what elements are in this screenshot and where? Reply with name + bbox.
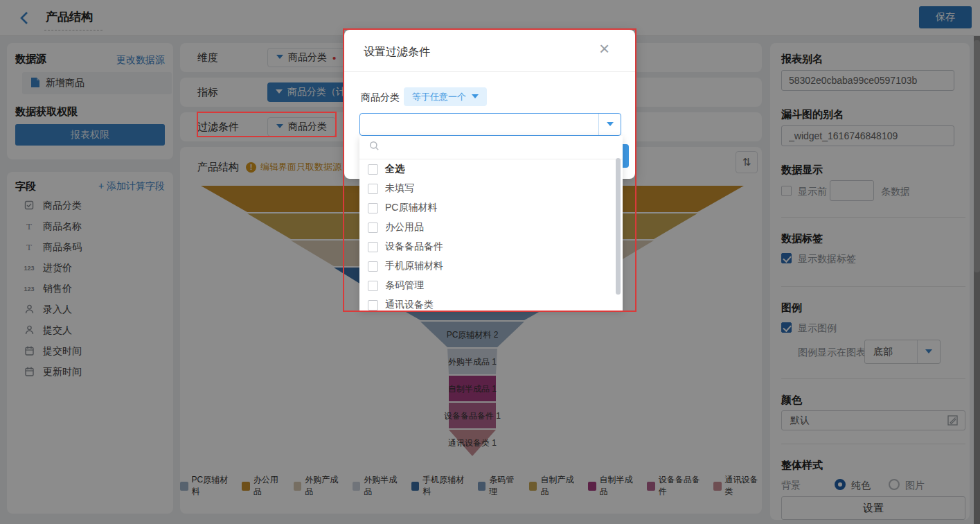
condition-field-label: 商品分类	[361, 91, 400, 104]
option-checkbox[interactable]	[368, 242, 378, 252]
modal-title: 设置过滤条件	[364, 45, 430, 60]
option-search[interactable]	[359, 136, 623, 159]
chevron-down-icon	[598, 114, 621, 135]
option-item[interactable]: 办公用品	[359, 218, 618, 237]
report-designer: 产品结构 保存 数据源 更改数据源 新增商品 数据获取权限 报表权限 字段 + …	[0, 0, 980, 524]
close-icon[interactable]: ×	[599, 40, 609, 58]
divider	[344, 71, 635, 72]
option-checkbox[interactable]	[368, 281, 378, 291]
option-label: 办公用品	[385, 221, 424, 234]
option-label: 未填写	[385, 182, 414, 195]
option-checkbox[interactable]	[368, 261, 378, 272]
option-label: 手机原辅材料	[385, 260, 443, 272]
chevron-down-icon	[472, 94, 479, 102]
search-icon	[369, 141, 380, 154]
option-label: PC原辅材料	[385, 202, 437, 214]
option-item[interactable]: PC原辅材料	[359, 198, 618, 218]
option-checkbox[interactable]	[368, 203, 378, 213]
option-checkbox[interactable]	[368, 222, 378, 233]
option-item[interactable]: 手机原辅材料	[359, 256, 618, 276]
option-label: 通讯设备类	[385, 299, 434, 311]
option-label: 设备备品备件	[385, 241, 443, 253]
option-item[interactable]: 未填写	[359, 179, 618, 198]
operator-select[interactable]: 等于任意一个	[404, 87, 487, 106]
dropdown-scrollbar-thumb[interactable]	[616, 158, 621, 295]
filter-value-select[interactable]	[359, 113, 621, 136]
option-item[interactable]: 设备备品备件	[359, 237, 618, 256]
option-label: 全选	[385, 163, 404, 175]
option-checkbox[interactable]	[368, 300, 378, 311]
option-item[interactable]: 全选	[359, 159, 618, 179]
option-item[interactable]: 通讯设备类	[359, 295, 618, 311]
option-checkbox[interactable]	[368, 164, 378, 175]
options-list: 全选未填写PC原辅材料办公用品设备备品备件手机原辅材料条码管理通讯设备类	[359, 159, 618, 311]
option-checkbox[interactable]	[368, 184, 378, 194]
option-label: 条码管理	[385, 279, 424, 292]
operator-value: 等于任意一个	[412, 91, 466, 103]
filter-options-dropdown: 全选未填写PC原辅材料办公用品设备备品备件手机原辅材料条码管理通讯设备类	[359, 136, 623, 311]
option-item[interactable]: 条码管理	[359, 276, 618, 295]
